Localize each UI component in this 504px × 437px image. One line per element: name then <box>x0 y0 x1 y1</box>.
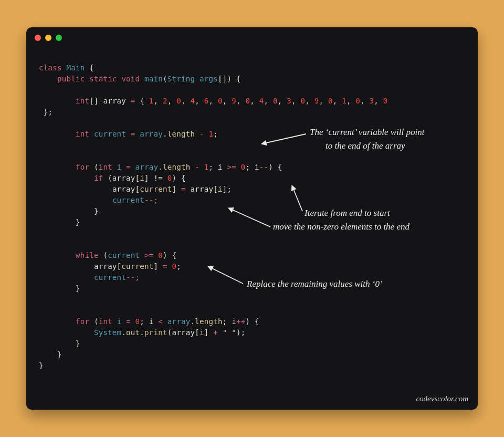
close-icon[interactable] <box>35 35 41 41</box>
annotation-replace: Replace the remaining values with ‘0’ <box>247 277 436 291</box>
annotation-iterate: Iterate from end to start move the non-z… <box>304 206 472 234</box>
array-literal: 1, 2, 0, 4, 6, 0, 9, 0, 4, 0, 3, 0, 9, 0… <box>149 97 388 105</box>
annotation-current: The ‘current’ variable will point to the… <box>310 126 462 153</box>
credit-text: codevscolor.com <box>416 394 468 403</box>
code-window: class Main { public static void main(Str… <box>26 27 478 410</box>
class-name: Main <box>66 64 85 72</box>
minimize-icon[interactable] <box>45 35 51 41</box>
window-titlebar <box>26 27 478 41</box>
zoom-icon[interactable] <box>56 35 62 41</box>
kw-class: class <box>39 64 62 72</box>
